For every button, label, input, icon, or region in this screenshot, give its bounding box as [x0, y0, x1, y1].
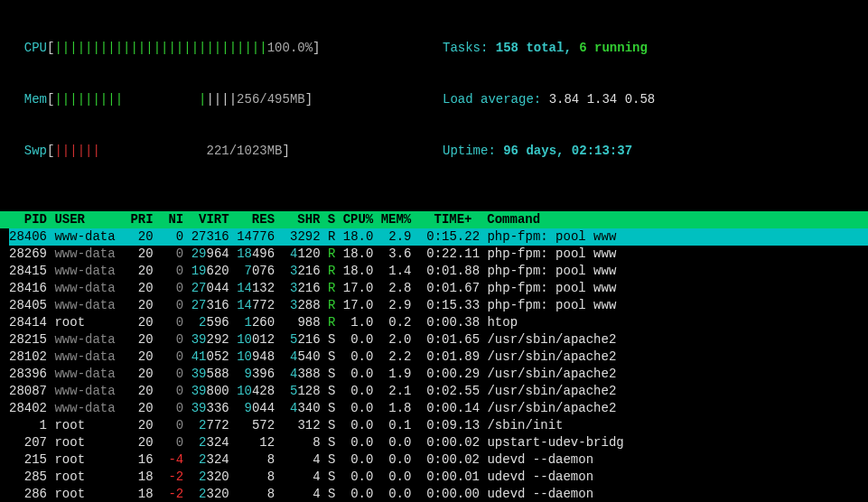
table-row[interactable]: 215 root 16 -4 2324 8 4 S 0.0 0.0 0:00.0… [9, 451, 868, 469]
table-row[interactable]: 28414 root 20 0 2596 1260 988 R 1.0 0.2 … [9, 314, 868, 331]
process-table-header[interactable]: PID USER PRI NI VIRT RES SHR S CPU% MEM%… [0, 211, 868, 228]
cpu-meter: CPU[||||||||||||||||||||||||||||100.0%] [9, 40, 443, 57]
swp-meter: Swp[|||||| 221/1023MB] [9, 143, 443, 160]
mem-label: Mem [24, 92, 47, 107]
table-row[interactable]: 1 root 20 0 2772 572 312 S 0.0 0.1 0:09.… [9, 417, 868, 434]
table-row[interactable]: 28269 www-data 20 0 29964 18496 4120 R 1… [9, 246, 868, 263]
table-row[interactable]: 286 root 18 -2 2320 8 4 S 0.0 0.0 0:00.0… [9, 486, 868, 502]
table-row[interactable]: 207 root 20 0 2324 12 8 S 0.0 0.0 0:00.0… [9, 434, 868, 451]
load-line: Load average: 3.84 1.34 0.58 [443, 91, 868, 108]
table-row[interactable]: 28405 www-data 20 0 27316 14772 3288 R 1… [9, 297, 868, 314]
mem-meter: Mem[||||||||| |||||256/495MB] [9, 91, 443, 108]
table-row[interactable]: 285 root 18 -2 2320 8 4 S 0.0 0.0 0:00.0… [9, 469, 868, 486]
table-row[interactable]: 28102 www-data 20 0 41052 10948 4540 S 0… [9, 349, 868, 366]
swp-label: Swp [24, 144, 47, 158]
table-row[interactable]: 28087 www-data 20 0 39800 10428 5128 S 0… [9, 383, 868, 400]
tasks-line: Tasks: 158 total, 6 running [443, 40, 868, 57]
system-header: CPU[||||||||||||||||||||||||||||100.0%] … [0, 5, 868, 194]
table-row[interactable]: 28406 www-data 20 0 27316 14776 3292 R 1… [9, 228, 868, 246]
table-row[interactable]: 28396 www-data 20 0 39588 9396 4388 S 0.… [9, 366, 868, 383]
table-row[interactable]: 28416 www-data 20 0 27044 14132 3216 R 1… [9, 280, 868, 297]
cpu-label: CPU [24, 41, 47, 55]
uptime-line: Uptime: 96 days, 02:13:37 [443, 143, 868, 160]
process-table[interactable]: 28406 www-data 20 0 27316 14776 3292 R 1… [0, 228, 868, 502]
table-row[interactable]: 28402 www-data 20 0 39336 9044 4340 S 0.… [9, 400, 868, 417]
table-row[interactable]: 28415 www-data 20 0 19620 7076 3216 R 18… [9, 263, 868, 280]
table-row[interactable]: 28215 www-data 20 0 39292 10012 5216 S 0… [9, 331, 868, 349]
